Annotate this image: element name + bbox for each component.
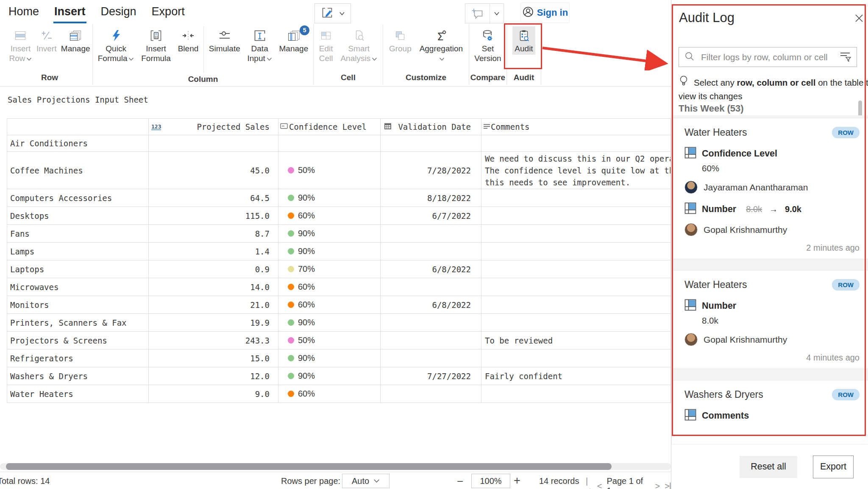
manage-button[interactable]: Manage5 xyxy=(277,26,311,55)
projected-sales-cell[interactable]: 243.3 xyxy=(149,332,278,349)
row-name-cell[interactable]: Monitors xyxy=(7,296,149,314)
row-name-cell[interactable]: Projectors & Screens xyxy=(7,332,149,349)
validation-date-cell[interactable] xyxy=(381,135,481,152)
confidence-level-cell[interactable]: 90% xyxy=(278,349,381,367)
comments-cell[interactable] xyxy=(481,314,671,332)
simulate-button[interactable]: Simulate xyxy=(207,26,242,55)
projected-sales-cell[interactable]: 1.4 xyxy=(149,243,278,260)
confidence-level-cell[interactable] xyxy=(278,135,381,152)
search-input[interactable] xyxy=(700,52,834,63)
quick-formula-button[interactable]: QuickFormula xyxy=(96,26,136,64)
confidence-level-cell[interactable]: 60% xyxy=(278,207,381,225)
audit-button[interactable]: Audit xyxy=(512,26,535,55)
horizontal-scrollbar[interactable] xyxy=(0,463,671,470)
validation-date-cell[interactable] xyxy=(381,349,481,367)
last-page-button[interactable]: >| xyxy=(665,481,671,489)
reset-all-button[interactable]: Reset all xyxy=(740,456,797,478)
confidence-level-cell[interactable]: 50% xyxy=(278,152,381,189)
comments-cell[interactable]: Fairly confident xyxy=(481,367,671,385)
row-name-cell[interactable]: Refrigerators xyxy=(7,349,149,367)
confidence-level-cell[interactable]: 90% xyxy=(278,314,381,332)
validation-date-cell[interactable]: 6/8/2022 xyxy=(381,296,481,314)
next-page-button[interactable]: > xyxy=(655,481,659,489)
aggregation-button[interactable]: ΣAggregation xyxy=(417,26,465,64)
sign-in-button[interactable]: Sign in xyxy=(520,3,570,23)
prev-page-button[interactable]: < xyxy=(597,481,602,489)
insert-formula-button[interactable]: InsertFormula xyxy=(139,26,173,64)
row-name-cell[interactable]: Desktops xyxy=(7,207,149,225)
projected-sales-cell[interactable]: 15.0 xyxy=(149,349,278,367)
audit-log-card[interactable]: Water HeatersROWConfidence Level60%Jayar… xyxy=(672,118,868,259)
audit-log-card[interactable]: Water HeatersROWNumber8.0kGopal Krishnam… xyxy=(672,270,868,369)
row-name-cell[interactable]: Microwaves xyxy=(7,278,149,296)
blend-button[interactable]: Blend xyxy=(176,26,201,55)
column-header-validation-date[interactable]: Validation Date xyxy=(381,119,481,135)
confidence-level-cell[interactable]: 90% xyxy=(278,189,381,207)
zoom-in-button[interactable]: + xyxy=(514,474,520,487)
comments-cell[interactable] xyxy=(481,243,671,260)
export-button[interactable]: Export xyxy=(813,455,854,478)
row-name-cell[interactable]: Fans xyxy=(7,225,149,243)
data-input-button[interactable]: DataInput xyxy=(245,26,274,64)
projected-sales-cell[interactable]: 14.0 xyxy=(149,278,278,296)
comments-cell[interactable] xyxy=(481,207,671,225)
zoom-level-field[interactable]: 100% xyxy=(471,474,510,488)
validation-date-cell[interactable] xyxy=(381,225,481,243)
projected-sales-cell[interactable] xyxy=(149,135,278,152)
row-name-cell[interactable]: Air Conditioners xyxy=(7,135,149,152)
projected-sales-cell[interactable]: 8.7 xyxy=(149,225,278,243)
validation-date-cell[interactable]: 6/7/2022 xyxy=(381,207,481,225)
tab-home[interactable]: Home xyxy=(8,3,40,23)
comments-cell[interactable] xyxy=(481,349,671,367)
row-name-cell[interactable]: Washers & Dryers xyxy=(7,367,149,385)
projected-sales-cell[interactable]: 12.0 xyxy=(149,367,278,385)
row-name-cell[interactable]: Water Heaters xyxy=(7,385,149,403)
confidence-level-cell[interactable]: 60% xyxy=(278,278,381,296)
confidence-level-cell[interactable]: 90% xyxy=(278,367,381,385)
column-header-row-name[interactable] xyxy=(7,119,149,135)
row-name-cell[interactable]: Computers Accessories xyxy=(7,189,149,207)
add-comment-button[interactable] xyxy=(465,3,504,23)
comments-cell[interactable] xyxy=(481,278,671,296)
tab-design[interactable]: Design xyxy=(100,3,137,23)
projected-sales-cell[interactable]: 115.0 xyxy=(149,207,278,225)
row-name-cell[interactable]: Laptops xyxy=(7,260,149,278)
validation-date-cell[interactable]: 8/18/2022 xyxy=(381,189,481,207)
filter-icon[interactable] xyxy=(839,50,851,64)
validation-date-cell[interactable] xyxy=(381,314,481,332)
projected-sales-cell[interactable]: 9.0 xyxy=(149,385,278,403)
manage-button[interactable]: Manage xyxy=(59,26,92,55)
validation-date-cell[interactable] xyxy=(381,332,481,349)
confidence-level-cell[interactable]: 70% xyxy=(278,260,381,278)
comments-cell[interactable]: To be reviewed xyxy=(481,332,671,349)
horizontal-scrollbar-thumb[interactable] xyxy=(6,463,612,470)
validation-date-cell[interactable]: 6/8/2022 xyxy=(381,260,481,278)
projected-sales-cell[interactable]: 45.0 xyxy=(149,152,278,189)
comments-cell[interactable] xyxy=(481,135,671,152)
first-page-button[interactable]: |< xyxy=(586,476,592,489)
tab-insert[interactable]: Insert xyxy=(53,3,86,23)
projected-sales-cell[interactable]: 64.5 xyxy=(149,189,278,207)
confidence-level-cell[interactable]: 50% xyxy=(278,332,381,349)
comments-cell[interactable] xyxy=(481,225,671,243)
chevron-down-icon[interactable] xyxy=(490,4,504,23)
edit-sheet-button[interactable] xyxy=(314,3,351,23)
validation-date-cell[interactable]: 7/28/2022 xyxy=(381,152,481,189)
confidence-level-cell[interactable]: 90% xyxy=(278,225,381,243)
validation-date-cell[interactable] xyxy=(381,243,481,260)
filter-logs-search[interactable] xyxy=(679,47,857,67)
confidence-level-cell[interactable]: 90% xyxy=(278,243,381,260)
comments-cell[interactable]: We need to discuss this in our Q2 operat… xyxy=(481,152,671,189)
validation-date-cell[interactable] xyxy=(381,278,481,296)
comments-cell[interactable] xyxy=(481,385,671,403)
confidence-level-cell[interactable]: 60% xyxy=(278,296,381,314)
column-header-comments[interactable]: Comments xyxy=(481,119,671,135)
confidence-level-cell[interactable]: 60% xyxy=(278,385,381,403)
comments-cell[interactable] xyxy=(481,189,671,207)
projected-sales-cell[interactable]: 21.0 xyxy=(149,296,278,314)
rows-per-page-select[interactable]: Auto xyxy=(342,474,389,488)
validation-date-cell[interactable] xyxy=(381,385,481,403)
audit-log-card[interactable]: Washers & DryersROWComments xyxy=(672,380,868,444)
set-version-button[interactable]: SetVersion xyxy=(472,26,503,64)
row-name-cell[interactable]: Lamps xyxy=(7,243,149,260)
